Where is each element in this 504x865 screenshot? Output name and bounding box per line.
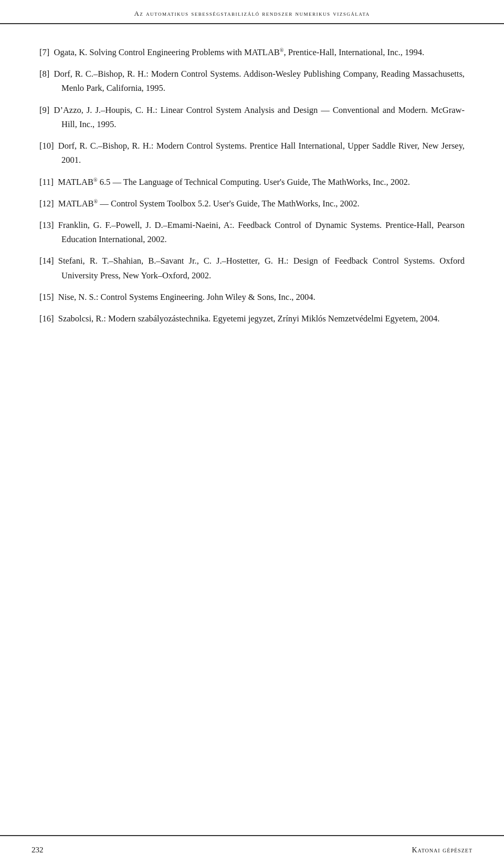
- list-item: [16] Szabolcsi, R.: Modern szabályozáste…: [39, 311, 465, 326]
- list-item: [9] D’Azzo, J. J.–Houpis, C. H.: Linear …: [39, 103, 465, 131]
- ref-8-text: [8] Dorf, R. C.–Bishop, R. H.: Modern Co…: [39, 67, 465, 95]
- page-container: Az automatikus sebességstabilizáló rends…: [0, 0, 504, 865]
- references-list: [7] Ogata, K. Solving Control Engineerin…: [39, 45, 465, 326]
- content-area: [7] Ogata, K. Solving Control Engineerin…: [0, 24, 504, 364]
- ref-14-text: [14] Stefani, R. T.–Shahian, B.–Savant J…: [39, 254, 465, 282]
- footer-bar: 232 Katonai gépészet: [0, 835, 504, 865]
- ref-15-text: [15] Nise, N. S.: Control Systems Engine…: [39, 290, 465, 304]
- list-item: [8] Dorf, R. C.–Bishop, R. H.: Modern Co…: [39, 67, 465, 95]
- header-bar: Az automatikus sebességstabilizáló rends…: [0, 0, 504, 24]
- page-number: 232: [32, 846, 44, 854]
- list-item: [14] Stefani, R. T.–Shahian, B.–Savant J…: [39, 254, 465, 282]
- list-item: [10] Dorf, R. C.–Bishop, R. H.: Modern C…: [39, 139, 465, 167]
- ref-11-text: [11] MATLAB® 6.5 — The Language of Techn…: [39, 175, 465, 189]
- list-item: [11] MATLAB® 6.5 — The Language of Techn…: [39, 175, 465, 189]
- journal-name: Katonai gépészet: [412, 846, 472, 854]
- ref-13-text: [13] Franklin, G. F.–Powell, J. D.–Emami…: [39, 218, 465, 246]
- list-item: [12] MATLAB® — Control System Toolbox 5.…: [39, 196, 465, 211]
- ref-9-text: [9] D’Azzo, J. J.–Houpis, C. H.: Linear …: [39, 103, 465, 131]
- ref-16-text: [16] Szabolcsi, R.: Modern szabályozáste…: [39, 311, 465, 326]
- list-item: [13] Franklin, G. F.–Powell, J. D.–Emami…: [39, 218, 465, 246]
- page-header-title: Az automatikus sebességstabilizáló rends…: [32, 9, 472, 18]
- list-item: [15] Nise, N. S.: Control Systems Engine…: [39, 290, 465, 304]
- list-item: [7] Ogata, K. Solving Control Engineerin…: [39, 45, 465, 59]
- ref-10-text: [10] Dorf, R. C.–Bishop, R. H.: Modern C…: [39, 139, 465, 167]
- ref-7-text: [7] Ogata, K. Solving Control Engineerin…: [39, 45, 465, 59]
- ref-12-text: [12] MATLAB® — Control System Toolbox 5.…: [39, 196, 465, 211]
